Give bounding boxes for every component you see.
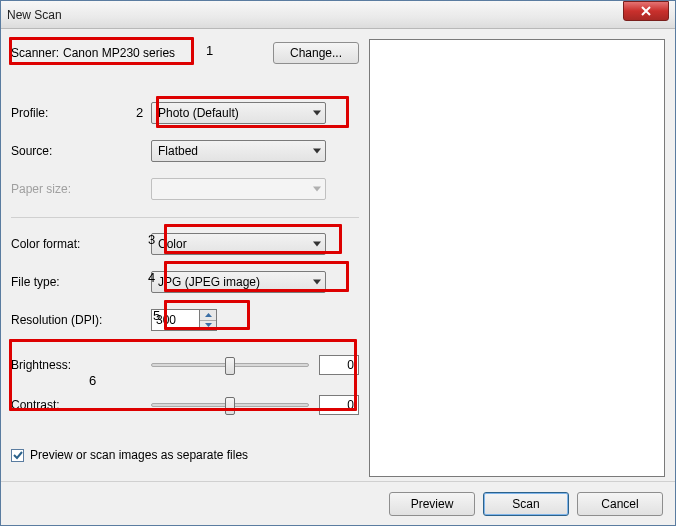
filetype-select[interactable]: JPG (JPEG image) [151,271,326,293]
papersize-row: Paper size: [11,175,359,203]
slider-thumb[interactable] [225,397,235,415]
slider-thumb[interactable] [225,357,235,375]
scanner-row: Scanner: Canon MP230 series Change... [11,39,359,67]
preview-button[interactable]: Preview [389,492,475,516]
contrast-row: Contrast: [11,392,359,418]
separate-files-row: Preview or scan images as separate files [11,448,359,462]
profile-row: Profile: Photo (Default) [11,99,359,127]
preview-area[interactable] [369,39,665,477]
change-scanner-button[interactable]: Change... [273,42,359,64]
scanner-label: Scanner: [11,46,59,60]
annotation-num-4: 4 [148,270,155,285]
brightness-slider[interactable] [151,363,309,367]
brightness-label: Brightness: [11,358,151,372]
window-title: New Scan [7,8,669,22]
chevron-down-icon [313,280,321,285]
annotation-num-6: 6 [89,373,96,388]
chevron-down-icon [313,149,321,154]
annotation-num-3: 3 [148,232,155,247]
filetype-select-value: JPG (JPEG image) [158,275,260,289]
colorformat-label: Color format: [11,237,151,251]
chevron-up-icon [205,313,212,317]
separate-files-checkbox[interactable] [11,449,24,462]
contrast-value-input[interactable] [319,395,359,415]
papersize-label: Paper size: [11,182,151,196]
titlebar: New Scan [1,1,675,29]
scanner-value: Canon MP230 series [63,46,175,60]
chevron-down-icon [313,187,321,192]
filetype-label: File type: [11,275,151,289]
new-scan-dialog: New Scan Scanner: Canon MP230 series Cha… [0,0,676,526]
resolution-label: Resolution (DPI): [11,313,151,327]
profile-select-value: Photo (Default) [158,106,239,120]
settings-panel: Scanner: Canon MP230 series Change... 1 … [11,39,359,481]
source-select-value: Flatbed [158,144,198,158]
colorformat-select[interactable]: Color [151,233,326,255]
annotation-num-2: 2 [136,105,143,120]
contrast-slider[interactable] [151,403,309,407]
source-row: Source: Flatbed [11,137,359,165]
spinner-down-button[interactable] [200,321,216,331]
colorformat-row: Color format: Color [11,230,359,258]
dialog-body: Scanner: Canon MP230 series Change... 1 … [1,29,675,481]
chevron-down-icon [313,242,321,247]
profile-select[interactable]: Photo (Default) [151,102,326,124]
chevron-down-icon [205,323,212,327]
resolution-spinner[interactable] [151,309,221,331]
preview-panel [369,39,665,481]
separator [11,217,359,218]
brightness-value-input[interactable] [319,355,359,375]
filetype-row: File type: JPG (JPEG image) [11,268,359,296]
spinner-up-button[interactable] [200,310,216,321]
brightness-row: Brightness: [11,352,359,378]
chevron-down-icon [313,111,321,116]
papersize-select [151,178,326,200]
contrast-label: Contrast: [11,398,151,412]
profile-label: Profile: [11,106,151,120]
separate-files-label: Preview or scan images as separate files [30,448,248,462]
source-select[interactable]: Flatbed [151,140,326,162]
close-button[interactable] [623,1,669,21]
resolution-row: Resolution (DPI): [11,306,359,334]
check-icon [13,450,23,460]
annotation-num-5: 5 [153,308,160,323]
annotation-num-1: 1 [206,43,213,58]
dialog-footer: Preview Scan Cancel [1,481,675,525]
scan-button[interactable]: Scan [483,492,569,516]
source-label: Source: [11,144,151,158]
close-icon [641,6,651,16]
cancel-button[interactable]: Cancel [577,492,663,516]
colorformat-select-value: Color [158,237,187,251]
